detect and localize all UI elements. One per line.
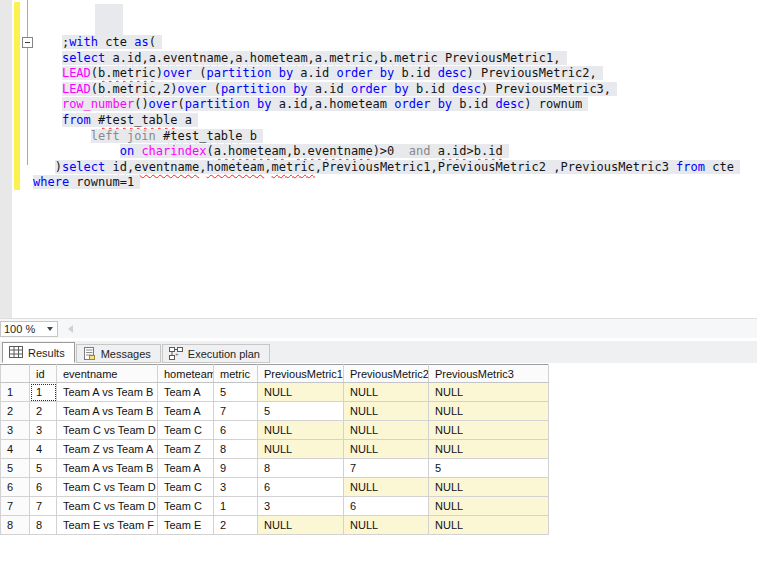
grid-cell[interactable]: 7: [30, 497, 57, 516]
code-line[interactable]: on charindex(a.hometeam,b.eventname)>0 a…: [33, 144, 740, 160]
grid-cell[interactable]: Team C: [158, 497, 214, 516]
grid-cell[interactable]: NULL: [429, 383, 549, 402]
column-header-eventname[interactable]: eventname: [57, 365, 158, 383]
grid-cell[interactable]: NULL: [344, 383, 429, 402]
editor-hscrollbar[interactable]: 100 %: [0, 318, 757, 338]
grid-cell[interactable]: NULL: [344, 516, 429, 535]
chevron-down-icon[interactable]: [43, 323, 56, 335]
grid-cell[interactable]: Team A vs Team B: [57, 383, 158, 402]
grid-cell[interactable]: NULL: [258, 440, 344, 459]
grid-cell[interactable]: NULL: [344, 478, 429, 497]
grid-cell[interactable]: 5: [429, 459, 549, 478]
grid-cell[interactable]: 6: [344, 497, 429, 516]
row-header-cell[interactable]: 3: [1, 421, 30, 440]
tab-messages[interactable]: Messages: [76, 344, 161, 363]
code-line[interactable]: ;with cte as(: [33, 35, 740, 51]
zoom-level-dropdown[interactable]: 100 %: [0, 321, 58, 337]
grid-cell[interactable]: NULL: [429, 516, 549, 535]
row-header-column[interactable]: [1, 365, 30, 383]
grid-cell[interactable]: 3: [214, 478, 258, 497]
row-header-cell[interactable]: 4: [1, 440, 30, 459]
grid-cell[interactable]: NULL: [429, 440, 549, 459]
grid-cell[interactable]: Team A: [158, 459, 214, 478]
grid-cell[interactable]: NULL: [429, 497, 549, 516]
column-header-PreviousMetric1[interactable]: PreviousMetric1: [258, 365, 344, 383]
code-line[interactable]: )select id,eventname,hometeam,metric,Pre…: [33, 160, 740, 176]
row-header-cell[interactable]: 6: [1, 478, 30, 497]
grid-cell[interactable]: 8: [30, 516, 57, 535]
zoom-level-value: 100 %: [4, 323, 35, 335]
row-header-cell[interactable]: 7: [1, 497, 30, 516]
grid-cell[interactable]: Team C: [158, 478, 214, 497]
grid-cell[interactable]: 4: [30, 440, 57, 459]
code-line[interactable]: LEAD(b.metric)over (partition by a.id or…: [33, 66, 740, 82]
grid-cell[interactable]: Team E: [158, 516, 214, 535]
grid-cell[interactable]: 7: [214, 402, 258, 421]
code-line[interactable]: from #test_table a: [33, 113, 740, 129]
grid-cell[interactable]: NULL: [344, 421, 429, 440]
results-grid[interactable]: ideventnamehometeammetricPreviousMetric1…: [0, 364, 549, 535]
grid-cell[interactable]: Team Z vs Team A: [57, 440, 158, 459]
grid-header-row: ideventnamehometeammetricPreviousMetric1…: [1, 365, 549, 383]
grid-cell[interactable]: Team A vs Team B: [57, 402, 158, 421]
row-header-cell[interactable]: 5: [1, 459, 30, 478]
results-tab-strip: Results Messages + Execution plan: [0, 341, 757, 363]
grid-cell[interactable]: NULL: [429, 421, 549, 440]
sql-code[interactable]: ;with cte as( select a.id,a.eventname,a.…: [33, 35, 740, 191]
selection-highlight: [95, 4, 123, 37]
grid-cell[interactable]: Team A: [158, 402, 214, 421]
grid-cell[interactable]: 6: [30, 478, 57, 497]
tab-execution-plan[interactable]: + Execution plan: [162, 344, 270, 363]
column-header-hometeam[interactable]: hometeam: [158, 365, 214, 383]
collapse-region-icon[interactable]: [22, 37, 33, 48]
grid-cell[interactable]: Team A vs Team B: [57, 459, 158, 478]
grid-cell[interactable]: 5: [214, 383, 258, 402]
grid-cell[interactable]: Team C vs Team D: [57, 478, 158, 497]
code-line[interactable]: select a.id,a.eventname,a.hometeam,a.met…: [33, 51, 740, 67]
grid-cell[interactable]: 2: [214, 516, 258, 535]
row-header-cell[interactable]: 1: [1, 383, 30, 402]
grid-cell[interactable]: NULL: [344, 402, 429, 421]
grid-cell[interactable]: 1: [214, 497, 258, 516]
grid-cell[interactable]: NULL: [429, 478, 549, 497]
grid-cell[interactable]: Team A: [158, 383, 214, 402]
sql-editor[interactable]: ;with cte as( select a.id,a.eventname,a.…: [0, 0, 757, 318]
grid-cell[interactable]: 2: [30, 402, 57, 421]
column-header-PreviousMetric2[interactable]: PreviousMetric2: [344, 365, 429, 383]
column-header-PreviousMetric3[interactable]: PreviousMetric3: [429, 365, 549, 383]
code-line[interactable]: row_number()over(partition by a.id,a.hom…: [33, 97, 740, 113]
scroll-left-icon[interactable]: [64, 323, 76, 335]
grid-cell[interactable]: NULL: [258, 383, 344, 402]
grid-cell[interactable]: Team C vs Team D: [57, 497, 158, 516]
code-fold-line: [27, 0, 28, 165]
code-line[interactable]: left join #test_table b: [33, 129, 740, 145]
grid-cell[interactable]: 3: [30, 421, 57, 440]
svg-text:+: +: [175, 351, 179, 357]
code-line[interactable]: where rownum=1: [33, 175, 740, 191]
grid-cell[interactable]: Team E vs Team F: [57, 516, 158, 535]
grid-cell[interactable]: Team C: [158, 421, 214, 440]
grid-cell[interactable]: 5: [258, 402, 344, 421]
row-header-cell[interactable]: 2: [1, 402, 30, 421]
grid-cell[interactable]: 8: [258, 459, 344, 478]
column-header-metric[interactable]: metric: [214, 365, 258, 383]
grid-cell[interactable]: 6: [214, 421, 258, 440]
grid-cell[interactable]: 9: [214, 459, 258, 478]
grid-cell[interactable]: 6: [258, 478, 344, 497]
grid-cell[interactable]: 5: [30, 459, 57, 478]
grid-cell[interactable]: NULL: [258, 421, 344, 440]
grid-cell[interactable]: 8: [214, 440, 258, 459]
grid-cell[interactable]: Team C vs Team D: [57, 421, 158, 440]
row-header-cell[interactable]: 8: [1, 516, 30, 535]
grid-cell[interactable]: NULL: [344, 440, 429, 459]
tab-label: Results: [28, 347, 65, 359]
tab-results[interactable]: Results: [2, 342, 75, 363]
code-line[interactable]: LEAD(b.metric,2)over (partition by a.id …: [33, 82, 740, 98]
grid-cell[interactable]: 1: [30, 383, 57, 402]
grid-cell[interactable]: NULL: [429, 402, 549, 421]
grid-cell[interactable]: NULL: [258, 516, 344, 535]
grid-cell[interactable]: 7: [344, 459, 429, 478]
grid-cell[interactable]: Team Z: [158, 440, 214, 459]
grid-cell[interactable]: 3: [258, 497, 344, 516]
column-header-id[interactable]: id: [30, 365, 57, 383]
